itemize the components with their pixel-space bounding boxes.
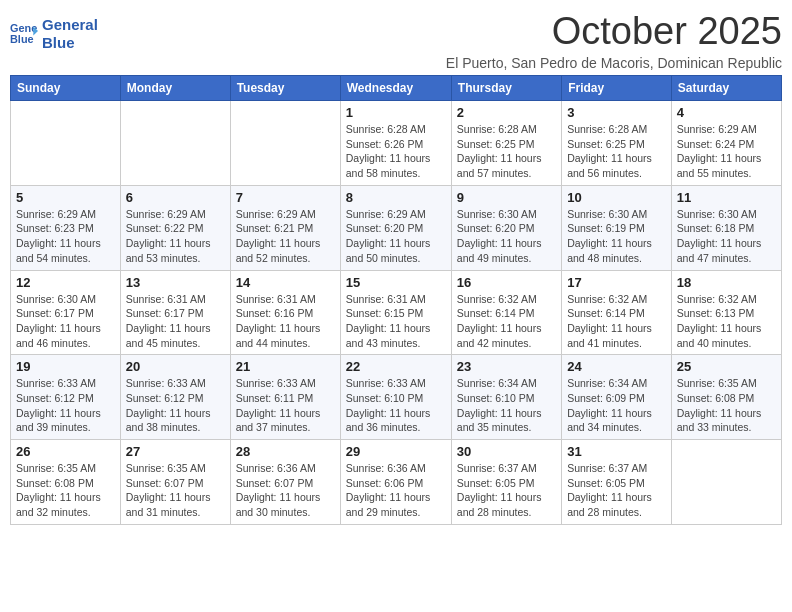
day-info: Sunrise: 6:31 AM Sunset: 6:15 PM Dayligh… [346,292,446,351]
day-info: Sunrise: 6:31 AM Sunset: 6:17 PM Dayligh… [126,292,225,351]
day-info: Sunrise: 6:32 AM Sunset: 6:14 PM Dayligh… [457,292,556,351]
day-number: 13 [126,275,225,290]
day-info: Sunrise: 6:35 AM Sunset: 6:08 PM Dayligh… [16,461,115,520]
day-number: 1 [346,105,446,120]
calendar-cell: 16Sunrise: 6:32 AM Sunset: 6:14 PM Dayli… [451,270,561,355]
header-friday: Friday [562,76,672,101]
calendar-cell: 12Sunrise: 6:30 AM Sunset: 6:17 PM Dayli… [11,270,121,355]
day-info: Sunrise: 6:35 AM Sunset: 6:08 PM Dayligh… [677,376,776,435]
day-info: Sunrise: 6:37 AM Sunset: 6:05 PM Dayligh… [457,461,556,520]
day-number: 27 [126,444,225,459]
day-info: Sunrise: 6:35 AM Sunset: 6:07 PM Dayligh… [126,461,225,520]
day-number: 24 [567,359,666,374]
header-thursday: Thursday [451,76,561,101]
calendar-cell: 22Sunrise: 6:33 AM Sunset: 6:10 PM Dayli… [340,355,451,440]
calendar-cell: 11Sunrise: 6:30 AM Sunset: 6:18 PM Dayli… [671,185,781,270]
calendar-cell: 31Sunrise: 6:37 AM Sunset: 6:05 PM Dayli… [562,440,672,525]
calendar-cell: 9Sunrise: 6:30 AM Sunset: 6:20 PM Daylig… [451,185,561,270]
title-area: October 2025 El Puerto, San Pedro de Mac… [446,10,782,71]
day-number: 18 [677,275,776,290]
logo-icon: General Blue [10,20,38,48]
calendar-cell: 28Sunrise: 6:36 AM Sunset: 6:07 PM Dayli… [230,440,340,525]
calendar-cell: 24Sunrise: 6:34 AM Sunset: 6:09 PM Dayli… [562,355,672,440]
day-number: 8 [346,190,446,205]
header-wednesday: Wednesday [340,76,451,101]
day-number: 2 [457,105,556,120]
day-number: 12 [16,275,115,290]
calendar-cell: 6Sunrise: 6:29 AM Sunset: 6:22 PM Daylig… [120,185,230,270]
day-info: Sunrise: 6:34 AM Sunset: 6:10 PM Dayligh… [457,376,556,435]
day-info: Sunrise: 6:34 AM Sunset: 6:09 PM Dayligh… [567,376,666,435]
day-number: 11 [677,190,776,205]
day-number: 9 [457,190,556,205]
calendar-cell: 4Sunrise: 6:29 AM Sunset: 6:24 PM Daylig… [671,101,781,186]
calendar-cell: 27Sunrise: 6:35 AM Sunset: 6:07 PM Dayli… [120,440,230,525]
calendar-cell: 15Sunrise: 6:31 AM Sunset: 6:15 PM Dayli… [340,270,451,355]
logo-line2: Blue [42,34,98,52]
header-monday: Monday [120,76,230,101]
day-number: 28 [236,444,335,459]
calendar-cell: 25Sunrise: 6:35 AM Sunset: 6:08 PM Dayli… [671,355,781,440]
calendar-cell: 3Sunrise: 6:28 AM Sunset: 6:25 PM Daylig… [562,101,672,186]
day-info: Sunrise: 6:29 AM Sunset: 6:23 PM Dayligh… [16,207,115,266]
day-info: Sunrise: 6:28 AM Sunset: 6:25 PM Dayligh… [457,122,556,181]
header-row: SundayMondayTuesdayWednesdayThursdayFrid… [11,76,782,101]
calendar-table: SundayMondayTuesdayWednesdayThursdayFrid… [10,75,782,525]
calendar-cell: 7Sunrise: 6:29 AM Sunset: 6:21 PM Daylig… [230,185,340,270]
day-number: 20 [126,359,225,374]
day-number: 14 [236,275,335,290]
calendar-cell: 26Sunrise: 6:35 AM Sunset: 6:08 PM Dayli… [11,440,121,525]
calendar-cell: 23Sunrise: 6:34 AM Sunset: 6:10 PM Dayli… [451,355,561,440]
day-info: Sunrise: 6:29 AM Sunset: 6:20 PM Dayligh… [346,207,446,266]
calendar-cell [671,440,781,525]
day-number: 10 [567,190,666,205]
calendar-cell: 29Sunrise: 6:36 AM Sunset: 6:06 PM Dayli… [340,440,451,525]
page-header: General Blue General Blue October 2025 E… [10,10,782,71]
calendar-cell: 18Sunrise: 6:32 AM Sunset: 6:13 PM Dayli… [671,270,781,355]
header-saturday: Saturday [671,76,781,101]
day-info: Sunrise: 6:30 AM Sunset: 6:20 PM Dayligh… [457,207,556,266]
calendar-cell: 17Sunrise: 6:32 AM Sunset: 6:14 PM Dayli… [562,270,672,355]
month-title: October 2025 [446,10,782,53]
calendar-cell: 19Sunrise: 6:33 AM Sunset: 6:12 PM Dayli… [11,355,121,440]
calendar-cell: 13Sunrise: 6:31 AM Sunset: 6:17 PM Dayli… [120,270,230,355]
week-row-1: 1Sunrise: 6:28 AM Sunset: 6:26 PM Daylig… [11,101,782,186]
calendar-cell: 5Sunrise: 6:29 AM Sunset: 6:23 PM Daylig… [11,185,121,270]
calendar-cell [11,101,121,186]
day-info: Sunrise: 6:36 AM Sunset: 6:06 PM Dayligh… [346,461,446,520]
day-info: Sunrise: 6:29 AM Sunset: 6:22 PM Dayligh… [126,207,225,266]
day-number: 5 [16,190,115,205]
header-tuesday: Tuesday [230,76,340,101]
day-info: Sunrise: 6:28 AM Sunset: 6:25 PM Dayligh… [567,122,666,181]
day-info: Sunrise: 6:29 AM Sunset: 6:24 PM Dayligh… [677,122,776,181]
week-row-2: 5Sunrise: 6:29 AM Sunset: 6:23 PM Daylig… [11,185,782,270]
day-info: Sunrise: 6:33 AM Sunset: 6:12 PM Dayligh… [126,376,225,435]
day-number: 30 [457,444,556,459]
day-number: 6 [126,190,225,205]
calendar-cell: 30Sunrise: 6:37 AM Sunset: 6:05 PM Dayli… [451,440,561,525]
calendar-cell [120,101,230,186]
day-info: Sunrise: 6:31 AM Sunset: 6:16 PM Dayligh… [236,292,335,351]
day-number: 25 [677,359,776,374]
day-number: 22 [346,359,446,374]
calendar-cell: 20Sunrise: 6:33 AM Sunset: 6:12 PM Dayli… [120,355,230,440]
week-row-5: 26Sunrise: 6:35 AM Sunset: 6:08 PM Dayli… [11,440,782,525]
calendar-cell: 2Sunrise: 6:28 AM Sunset: 6:25 PM Daylig… [451,101,561,186]
day-info: Sunrise: 6:33 AM Sunset: 6:11 PM Dayligh… [236,376,335,435]
calendar-cell: 10Sunrise: 6:30 AM Sunset: 6:19 PM Dayli… [562,185,672,270]
day-number: 17 [567,275,666,290]
header-sunday: Sunday [11,76,121,101]
day-number: 7 [236,190,335,205]
svg-text:Blue: Blue [10,33,34,45]
day-number: 4 [677,105,776,120]
day-info: Sunrise: 6:33 AM Sunset: 6:12 PM Dayligh… [16,376,115,435]
day-info: Sunrise: 6:32 AM Sunset: 6:14 PM Dayligh… [567,292,666,351]
week-row-4: 19Sunrise: 6:33 AM Sunset: 6:12 PM Dayli… [11,355,782,440]
day-info: Sunrise: 6:29 AM Sunset: 6:21 PM Dayligh… [236,207,335,266]
location-subtitle: El Puerto, San Pedro de Macoris, Dominic… [446,55,782,71]
day-number: 31 [567,444,666,459]
day-number: 26 [16,444,115,459]
calendar-cell: 14Sunrise: 6:31 AM Sunset: 6:16 PM Dayli… [230,270,340,355]
day-info: Sunrise: 6:37 AM Sunset: 6:05 PM Dayligh… [567,461,666,520]
day-info: Sunrise: 6:30 AM Sunset: 6:18 PM Dayligh… [677,207,776,266]
